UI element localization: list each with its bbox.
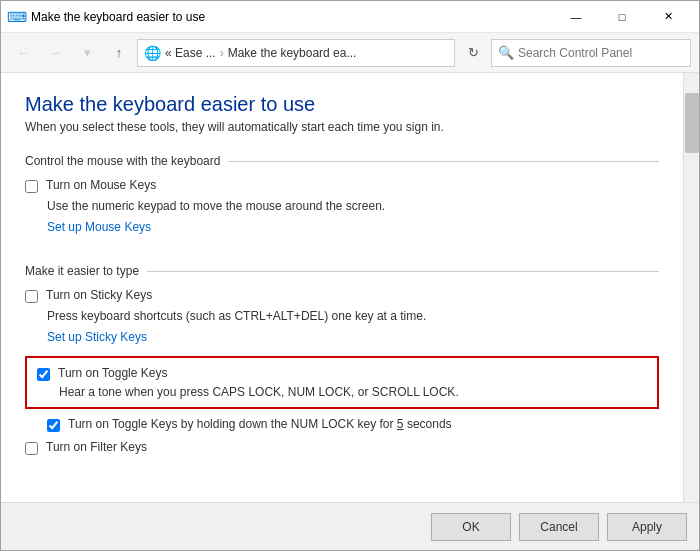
filter-keys-row: Turn on Filter Keys <box>25 440 659 455</box>
address-part-2: Make the keyboard ea... <box>228 46 357 60</box>
toggle-keys-row: Turn on Toggle Keys <box>37 366 647 381</box>
cancel-button[interactable]: Cancel <box>519 513 599 541</box>
back-button[interactable]: ← <box>9 39 37 67</box>
dropdown-button[interactable]: ▾ <box>73 39 101 67</box>
footer: OK Cancel Apply <box>1 502 699 550</box>
num-lock-sub-row: Turn on Toggle Keys by holding down the … <box>47 417 659 432</box>
page-title: Make the keyboard easier to use <box>25 93 659 116</box>
toggle-keys-highlight-box: Turn on Toggle Keys Hear a tone when you… <box>25 356 659 409</box>
content-wrapper: Make the keyboard easier to use When you… <box>1 73 699 502</box>
mouse-keys-desc: Use the numeric keypad to move the mouse… <box>47 199 659 213</box>
title-bar-controls: — □ ✕ <box>553 1 691 33</box>
search-icon: 🔍 <box>498 45 514 60</box>
content-area: Make the keyboard easier to use When you… <box>1 73 683 502</box>
ok-button[interactable]: OK <box>431 513 511 541</box>
sticky-keys-desc: Press keyboard shortcuts (such as CTRL+A… <box>47 309 659 323</box>
page-subtitle: When you select these tools, they will a… <box>25 120 659 134</box>
num-lock-checkbox[interactable] <box>47 419 60 432</box>
sticky-keys-checkbox[interactable] <box>25 290 38 303</box>
mouse-section-header: Control the mouse with the keyboard <box>25 154 659 168</box>
close-button[interactable]: ✕ <box>645 1 691 33</box>
scrollbar-track[interactable] <box>683 73 699 502</box>
nav-bar: ← → ▾ ↑ 🌐 « Ease ... › Make the keyboard… <box>1 33 699 73</box>
type-section: Make it easier to type Turn on Sticky Ke… <box>25 264 659 455</box>
address-bar[interactable]: 🌐 « Ease ... › Make the keyboard ea... <box>137 39 455 67</box>
maximize-button[interactable]: □ <box>599 1 645 33</box>
mouse-section: Control the mouse with the keyboard Turn… <box>25 154 659 246</box>
up-button[interactable]: ↑ <box>105 39 133 67</box>
num-lock-label: Turn on Toggle Keys by holding down the … <box>68 417 452 431</box>
scrollbar-thumb[interactable] <box>685 93 699 153</box>
toggle-keys-checkbox[interactable] <box>37 368 50 381</box>
setup-mouse-keys-link[interactable]: Set up Mouse Keys <box>47 220 151 234</box>
num-lock-suffix: seconds <box>407 417 452 431</box>
filter-keys-label: Turn on Filter Keys <box>46 440 147 454</box>
refresh-button[interactable]: ↻ <box>459 39 487 67</box>
address-icon: 🌐 <box>144 45 161 61</box>
minimize-button[interactable]: — <box>553 1 599 33</box>
toggle-keys-label: Turn on Toggle Keys <box>58 366 167 380</box>
setup-sticky-keys-link[interactable]: Set up Sticky Keys <box>47 330 147 344</box>
mouse-keys-row: Turn on Mouse Keys <box>25 178 659 193</box>
address-separator: › <box>220 46 224 60</box>
search-input[interactable] <box>518 46 684 60</box>
title-bar: ⌨ Make the keyboard easier to use — □ ✕ <box>1 1 699 33</box>
window-icon: ⌨ <box>9 9 25 25</box>
num-lock-underline: 5 <box>397 417 404 431</box>
type-section-header: Make it easier to type <box>25 264 659 278</box>
filter-keys-checkbox[interactable] <box>25 442 38 455</box>
address-part-1: « Ease ... <box>165 46 216 60</box>
forward-button[interactable]: → <box>41 39 69 67</box>
title-bar-text: Make the keyboard easier to use <box>31 10 553 24</box>
search-box[interactable]: 🔍 <box>491 39 691 67</box>
mouse-keys-checkbox[interactable] <box>25 180 38 193</box>
mouse-keys-label: Turn on Mouse Keys <box>46 178 156 192</box>
main-window: ⌨ Make the keyboard easier to use — □ ✕ … <box>0 0 700 551</box>
sticky-keys-row: Turn on Sticky Keys <box>25 288 659 303</box>
apply-button[interactable]: Apply <box>607 513 687 541</box>
sticky-keys-label: Turn on Sticky Keys <box>46 288 152 302</box>
toggle-keys-desc: Hear a tone when you press CAPS LOCK, NU… <box>59 385 647 399</box>
